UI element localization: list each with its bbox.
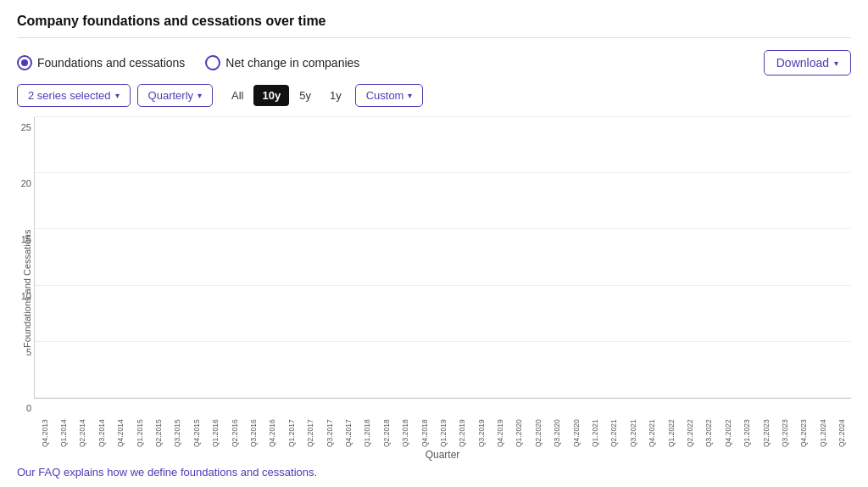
frequency-selector[interactable]: Quarterly ▾ <box>137 84 213 107</box>
x-label-group: Q1.2023 <box>737 400 755 447</box>
x-label-group: Q1.2024 <box>814 400 832 447</box>
x-tick-label: Q3.2021 <box>629 400 637 447</box>
chart-inner: 0510152025 Q4.2013Q1.2014Q2.2014Q3.2014Q… <box>34 117 851 461</box>
y-tick-label: 5 <box>26 347 31 357</box>
x-label-group: Q3.2019 <box>472 400 490 447</box>
x-tick-label: Q4.2016 <box>268 400 276 447</box>
download-label: Download <box>776 56 829 70</box>
x-tick-label: Q1.2014 <box>59 400 68 447</box>
x-label-group: Q2.2015 <box>149 400 167 447</box>
x-label-group: Q1.2017 <box>282 400 300 447</box>
time-btn-10y[interactable]: 10y <box>253 85 289 106</box>
x-label-group: Q2.2017 <box>301 400 319 447</box>
radio-net-change[interactable]: Net change in companies <box>205 55 359 70</box>
y-tick-label: 15 <box>21 234 31 244</box>
x-label-group: Q4.2018 <box>415 400 433 447</box>
x-tick-label: Q3.2015 <box>173 400 181 447</box>
x-label-group: Q1.2022 <box>662 400 680 447</box>
x-tick-label: Q1.2015 <box>136 400 144 447</box>
x-tick-label: Q1.2018 <box>363 400 371 447</box>
x-label-group: Q4.2016 <box>264 400 281 447</box>
x-label-group: Q4.2023 <box>795 400 813 447</box>
x-label-group: Q2.2024 <box>832 400 850 447</box>
x-tick-label: Q3.2023 <box>781 400 789 447</box>
x-label-group: Q1.2016 <box>207 400 225 447</box>
x-label-group: Q2.2016 <box>225 400 243 447</box>
x-label-group: Q3.2015 <box>169 400 186 447</box>
x-tick-label: Q2.2018 <box>382 400 391 447</box>
y-tick-label: 10 <box>21 291 31 301</box>
y-tick-label: 0 <box>26 403 31 413</box>
x-tick-label: Q1.2022 <box>667 400 676 447</box>
x-tick-label: Q4.2020 <box>572 400 581 447</box>
series-chevron-icon: ▾ <box>115 91 120 100</box>
x-tick-label: Q1.2020 <box>515 400 523 447</box>
x-tick-label: Q2.2020 <box>534 400 542 447</box>
x-tick-label: Q2.2022 <box>686 400 694 447</box>
x-label-group: Q4.2014 <box>112 400 130 447</box>
x-label-group: Q4.2019 <box>491 400 509 447</box>
x-tick-label: Q3.2018 <box>401 400 409 447</box>
x-tick-label: Q4.2014 <box>116 400 125 447</box>
x-label-group: Q2.2020 <box>529 400 547 447</box>
controls-row: 2 series selected ▾ Quarterly ▾ All 10y … <box>17 84 851 107</box>
x-tick-label: Q1.2021 <box>591 400 599 447</box>
x-label-group: Q4.2022 <box>719 400 737 447</box>
download-button[interactable]: Download ▾ <box>764 50 851 76</box>
x-label-group: Q3.2014 <box>92 400 110 447</box>
x-label-group: Q4.2020 <box>567 400 585 447</box>
x-label-group: Q2.2023 <box>757 400 775 447</box>
x-tick-label: Q2.2016 <box>231 400 239 447</box>
x-tick-label: Q3.2017 <box>326 400 334 447</box>
x-label-group: Q3.2022 <box>700 400 718 447</box>
x-label-group: Q1.2014 <box>54 400 72 447</box>
x-tick-label: Q3.2022 <box>704 400 713 447</box>
time-btn-all[interactable]: All <box>223 85 252 106</box>
x-label-group: Q2.2019 <box>453 400 471 447</box>
x-label-group: Q4.2017 <box>339 400 357 447</box>
x-tick-label: Q1.2024 <box>819 400 827 447</box>
x-tick-label: Q2.2015 <box>154 400 163 447</box>
x-tick-label: Q1.2017 <box>287 400 296 447</box>
radio-foundations[interactable]: Foundations and cessations <box>17 55 185 70</box>
bars-container <box>35 117 851 398</box>
custom-chevron-icon: ▾ <box>408 91 412 100</box>
x-tick-label: Q1.2023 <box>743 400 751 447</box>
frequency-label: Quarterly <box>148 89 193 102</box>
x-tick-label: Q2.2014 <box>78 400 86 447</box>
custom-selector[interactable]: Custom ▾ <box>355 84 424 107</box>
time-btn-5y[interactable]: 5y <box>291 85 320 106</box>
faq-link[interactable]: Our FAQ explains how we define foundatio… <box>17 466 851 479</box>
radio-row: Foundations and cessations Net change in… <box>17 50 851 76</box>
radio-net-change-label: Net change in companies <box>225 56 359 70</box>
x-tick-label: Q4.2013 <box>41 400 49 447</box>
x-label-group: Q1.2020 <box>510 400 528 447</box>
x-tick-label: Q4.2022 <box>724 400 732 447</box>
chart-area: Foundations and Cessations 0510152025 Q4… <box>17 117 851 461</box>
x-tick-label: Q4.2021 <box>648 400 656 447</box>
time-btn-1y[interactable]: 1y <box>321 85 350 106</box>
x-tick-label: Q3.2014 <box>97 400 106 447</box>
x-tick-label: Q2.2019 <box>458 400 466 447</box>
x-label-group: Q2.2022 <box>681 400 698 447</box>
series-selector[interactable]: 2 series selected ▾ <box>17 84 131 107</box>
x-label-group: Q4.2015 <box>187 400 205 447</box>
y-tick-label: 25 <box>21 122 31 132</box>
x-tick-label: Q3.2019 <box>477 400 486 447</box>
x-label-group: Q2.2014 <box>74 400 92 447</box>
radio-foundations-label: Foundations and cessations <box>37 56 185 70</box>
x-label-group: Q4.2021 <box>643 400 661 447</box>
x-tick-label: Q2.2024 <box>837 400 846 447</box>
x-tick-label: Q1.2016 <box>211 400 220 447</box>
x-label-group: Q3.2020 <box>548 400 566 447</box>
x-axis: Q4.2013Q1.2014Q2.2014Q3.2014Q4.2014Q1.20… <box>34 400 851 447</box>
x-tick-label: Q2.2017 <box>306 400 314 447</box>
x-tick-label: Q3.2020 <box>553 400 561 447</box>
y-tick-label: 20 <box>21 178 31 188</box>
x-label-group: Q2.2021 <box>605 400 623 447</box>
frequency-chevron-icon: ▾ <box>198 91 202 100</box>
x-label-group: Q3.2016 <box>244 400 262 447</box>
time-range-buttons: All 10y 5y 1y Custom ▾ <box>223 84 423 107</box>
x-label-group: Q1.2015 <box>131 400 148 447</box>
x-axis-title: Quarter <box>34 449 851 461</box>
